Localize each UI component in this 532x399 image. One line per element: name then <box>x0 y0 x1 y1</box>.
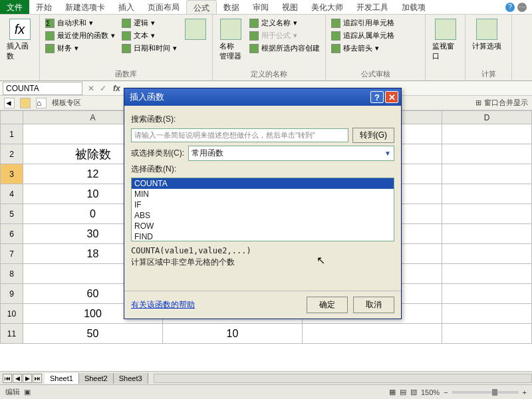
cancel-button[interactable]: 取消 <box>353 297 394 313</box>
cell-A11[interactable]: 50 <box>23 324 163 344</box>
dialog-titlebar[interactable]: 插入函数 ? ✕ <box>124 88 401 106</box>
cancel-icon[interactable]: ✕ <box>85 84 97 93</box>
sheet-tab-3[interactable]: Sheet3 <box>114 373 148 384</box>
datetime-button[interactable]: 日期和时间 ▾ <box>120 43 178 54</box>
tab-formula[interactable]: 公式 <box>186 0 217 14</box>
category-label: 或选择类别(C): <box>131 148 184 159</box>
fn-option[interactable]: COUNTA <box>132 178 394 189</box>
names-label: 定义的名称 <box>213 69 325 79</box>
view-normal-icon[interactable]: ▦ <box>389 388 396 396</box>
row-3[interactable]: 3 <box>1 164 23 184</box>
select-fn-label: 选择函数(N): <box>131 164 176 175</box>
prev-sheet-icon[interactable]: ◀ <box>13 374 22 383</box>
row-6[interactable]: 6 <box>1 224 23 244</box>
tab-insert[interactable]: 插入 <box>112 0 141 14</box>
tab-data[interactable]: 数据 <box>217 0 246 14</box>
row-2[interactable]: 2 <box>1 144 23 164</box>
fx-icon[interactable]: fx <box>109 84 124 93</box>
more-fn-icon[interactable] <box>182 17 209 41</box>
logic-button[interactable]: 逻辑 ▾ <box>120 17 178 29</box>
row-11[interactable]: 11 <box>1 324 23 344</box>
sheet-tab-2[interactable]: Sheet2 <box>79 373 114 384</box>
template-link[interactable]: 模板专区 <box>52 98 81 108</box>
create-from-sel-button[interactable]: 根据所选内容创建 <box>248 43 321 54</box>
text-button[interactable]: 文本 ▾ <box>120 30 178 41</box>
help-icon[interactable]: ? <box>505 3 515 12</box>
fn-option[interactable]: IF <box>132 200 394 210</box>
info-icon[interactable]: ⋯ <box>517 3 527 12</box>
next-sheet-icon[interactable]: ▶ <box>23 374 32 383</box>
fn-help-link[interactable]: 有关该函数的帮助 <box>131 299 195 311</box>
home-icon[interactable]: ⌂ <box>36 98 47 108</box>
category-select[interactable]: 常用函数▼ <box>188 146 394 161</box>
trace-dep-button[interactable]: 追踪从属单元格 <box>330 30 396 41</box>
audit-label: 公式审核 <box>326 69 425 79</box>
dialog-help-icon[interactable]: ? <box>370 91 384 103</box>
tab-file[interactable]: 文件 <box>0 0 29 14</box>
dialog-close-icon[interactable]: ✕ <box>385 91 398 103</box>
tab-view[interactable]: 视图 <box>275 0 305 14</box>
tab-dev[interactable]: 开发工具 <box>350 0 395 14</box>
zoom-level[interactable]: 150% <box>421 388 440 396</box>
tab-review[interactable]: 审阅 <box>246 0 275 14</box>
fnlib-label: 函数库 <box>40 69 212 79</box>
fn-option[interactable]: ABS <box>132 210 394 221</box>
finance-button[interactable]: 财务 ▾ <box>44 43 116 54</box>
fn-option[interactable]: ROW <box>132 221 394 231</box>
trace-prec-button[interactable]: 追踪引用单元格 <box>330 17 396 29</box>
recent-fn-button[interactable]: 最近使用的函数 ▾ <box>44 30 116 41</box>
define-name-button[interactable]: 定义名称 ▾ <box>248 17 321 29</box>
folder-icon[interactable] <box>20 98 31 108</box>
first-sheet-icon[interactable]: ⏮ <box>3 374 12 383</box>
last-sheet-icon[interactable]: ⏭ <box>33 374 42 383</box>
horizontal-scrollbar[interactable] <box>154 374 532 383</box>
name-box[interactable] <box>3 82 82 95</box>
menu-tabs: 文件 开始 新建选项卡 插入 页面布局 公式 数据 审阅 视图 美化大师 开发工… <box>0 0 532 15</box>
tab-addin[interactable]: 加载项 <box>395 0 432 14</box>
ok-button[interactable]: 确定 <box>307 297 348 313</box>
sheet-tab-bar: ⏮ ◀ ▶ ⏭ Sheet1 Sheet2 Sheet3 <box>0 371 532 384</box>
tab-layout[interactable]: 页面布局 <box>141 0 186 14</box>
row-1[interactable]: 1 <box>1 124 23 144</box>
tab-newtab[interactable]: 新建选项卡 <box>59 0 112 14</box>
search-input[interactable]: 请输入一条简短说明来描述您想做什么，然后单击"转到" <box>131 128 348 142</box>
merge-display-label: 窗口合并显示 <box>484 98 528 108</box>
view-layout-icon[interactable]: ▤ <box>400 388 406 396</box>
macro-icon[interactable]: ▣ <box>24 388 31 396</box>
dialog-title: 插入函数 <box>130 91 164 103</box>
autosum-button[interactable]: Σ自动求和 ▾ <box>44 17 116 29</box>
row-7[interactable]: 7 <box>1 244 23 264</box>
tab-beautify[interactable]: 美化大师 <box>305 0 350 14</box>
zoom-in-icon[interactable]: + <box>523 388 527 396</box>
back-icon[interactable]: ◄ <box>4 98 15 108</box>
insert-function-button[interactable]: fx插入函数 <box>4 17 35 78</box>
mode-label: 编辑 <box>5 387 20 397</box>
grid-icon[interactable]: ⊞ <box>475 98 481 107</box>
tab-start[interactable]: 开始 <box>29 0 59 14</box>
row-9[interactable]: 9 <box>1 284 23 304</box>
fn-option[interactable]: MIN <box>132 189 394 200</box>
col-D[interactable]: D <box>442 111 532 124</box>
remove-arrows-button[interactable]: 移去箭头 ▾ <box>330 43 396 54</box>
zoom-slider[interactable] <box>452 391 519 394</box>
row-10[interactable]: 10 <box>1 304 23 324</box>
row-5[interactable]: 5 <box>1 204 23 224</box>
accept-icon[interactable]: ✓ <box>97 84 109 93</box>
fn-option[interactable]: FIND <box>132 231 394 241</box>
calc-label: 计算 <box>466 69 511 79</box>
insert-function-dialog: 插入函数 ? ✕ 搜索函数(S): 请输入一条简短说明来描述您想做什么，然后单击… <box>124 88 402 319</box>
function-list[interactable]: COUNTA MIN IF ABS ROW FIND COUNTIF <box>131 178 394 241</box>
cell-B11[interactable]: 10 <box>163 324 303 344</box>
use-in-formula-button[interactable]: 用于公式 ▾ <box>248 30 321 41</box>
row-8[interactable]: 8 <box>1 264 23 284</box>
view-break-icon[interactable]: ▧ <box>410 388 417 396</box>
chevron-down-icon: ▼ <box>384 150 391 157</box>
sheet-tab-1[interactable]: Sheet1 <box>45 373 79 384</box>
row-4[interactable]: 4 <box>1 184 23 204</box>
search-label: 搜索函数(S): <box>131 114 176 125</box>
fn-description: 计算区域中非空单元格的个数 <box>131 257 394 268</box>
go-button[interactable]: 转到(G) <box>352 128 394 143</box>
watch-window-button[interactable]: 监视窗口 <box>430 17 461 78</box>
zoom-out-icon[interactable]: − <box>444 388 448 396</box>
status-bar: 编辑 ▣ ▦ ▤ ▧ 150% − + <box>0 384 532 399</box>
